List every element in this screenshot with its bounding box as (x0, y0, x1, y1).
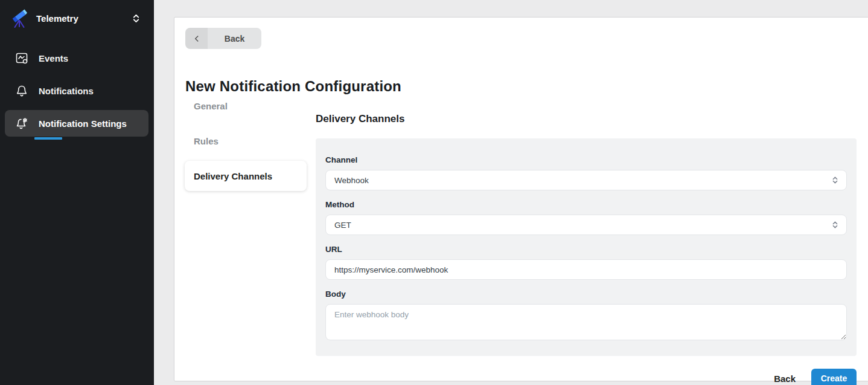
method-field-group: Method GET (325, 200, 847, 235)
create-button[interactable]: Create (811, 369, 857, 385)
unfold-chevron-icon[interactable] (132, 13, 141, 24)
body-label: Body (325, 290, 847, 299)
form-footer: Back Create (316, 369, 857, 385)
url-label: URL (325, 245, 847, 254)
step-general[interactable]: General (185, 91, 307, 121)
sidebar-item-notifications[interactable]: Notifications (5, 77, 148, 104)
telescope-icon (10, 8, 30, 29)
chevron-left-icon[interactable] (185, 28, 208, 49)
form-heading: Delivery Channels (316, 113, 857, 125)
sidebar-item-label: Events (39, 53, 68, 63)
step-label: Rules (194, 136, 219, 146)
method-select[interactable]: GET (325, 215, 847, 235)
delivery-channels-form: Delivery Channels Channel Webhook Method… (316, 113, 857, 385)
back-button[interactable]: Back (185, 28, 261, 49)
select-caret-icon (831, 176, 839, 184)
step-label: Delivery Channels (194, 171, 272, 181)
body-field-group: Body (325, 290, 847, 343)
sidebar-item-label: Notifications (39, 86, 94, 96)
bell-gear-icon (14, 116, 29, 131)
sidebar-nav: Events Notifications Notification Settin… (0, 45, 154, 143)
step-label: General (194, 101, 228, 111)
channel-field-group: Channel Webhook (325, 155, 847, 190)
step-delivery-channels[interactable]: Delivery Channels (185, 161, 307, 191)
channel-select-value: Webhook (334, 176, 369, 185)
select-caret-icon (831, 221, 839, 229)
sidebar: Telemetry Events Notifications (0, 0, 154, 385)
channel-label: Channel (325, 155, 847, 164)
wizard-steps: General Rules Delivery Channels (185, 91, 307, 196)
step-rules[interactable]: Rules (185, 126, 307, 156)
url-input[interactable] (325, 259, 847, 280)
sidebar-item-events[interactable]: Events (5, 45, 148, 71)
main-content-card: Back New Notification Configuration Gene… (174, 17, 868, 381)
workspace-switcher[interactable]: Telemetry (0, 0, 154, 29)
url-field-group: URL (325, 245, 847, 280)
events-chart-icon (14, 51, 29, 65)
channel-select[interactable]: Webhook (325, 170, 847, 190)
method-select-value: GET (334, 221, 351, 230)
back-button-label[interactable]: Back (208, 28, 261, 49)
form-panel: Channel Webhook Method GET (316, 138, 857, 356)
method-label: Method (325, 200, 847, 209)
bell-icon (14, 83, 29, 98)
brand-name: Telemetry (36, 13, 132, 24)
sidebar-item-label: Notification Settings (39, 118, 127, 129)
footer-back-button[interactable]: Back (774, 374, 796, 384)
sidebar-item-notification-settings[interactable]: Notification Settings (5, 110, 148, 137)
active-item-underline (34, 137, 62, 140)
body-textarea[interactable] (325, 304, 847, 340)
